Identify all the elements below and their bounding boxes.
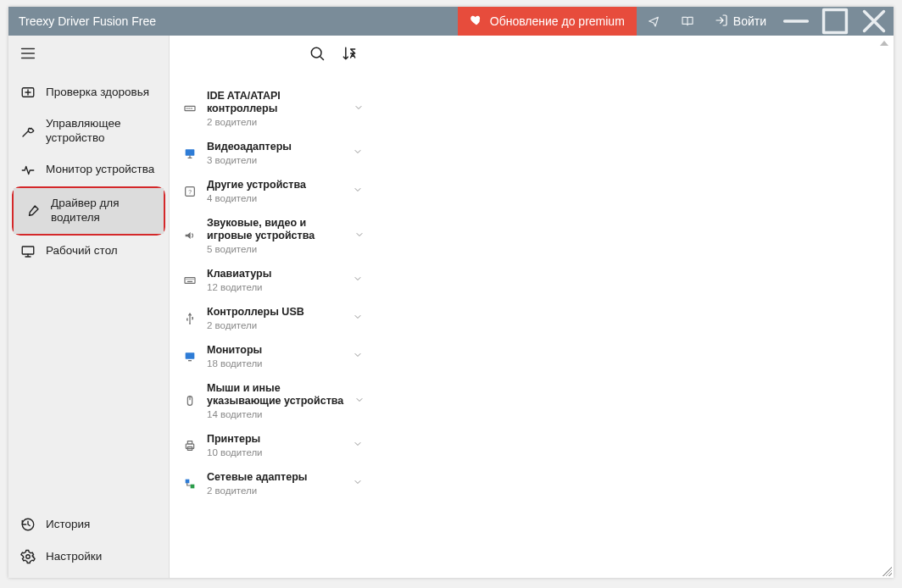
category-subtitle: 18 водители [207, 358, 344, 369]
titlebar: Treexy Driver Fusion Free Обновление до … [8, 7, 894, 36]
sidebar-item-1[interactable]: Управляющее устройство [8, 108, 169, 154]
maximize-button[interactable] [816, 7, 855, 36]
category-list: IDE ATA/ATAPI контроллеры2 водителиВидео… [170, 71, 373, 578]
sidebar-item-label: Драйвер для водителя [51, 197, 152, 225]
sidebar-item-label: Проверка здоровья [46, 86, 149, 100]
category-subtitle: 2 водители [207, 117, 345, 127]
category-name: Клавиатуры [207, 268, 344, 280]
category-name: Контроллеры USB [207, 306, 344, 319]
network-icon [181, 475, 198, 492]
search-icon[interactable] [309, 45, 326, 62]
app-body: Проверка здоровьяУправляющее устройствоМ… [8, 36, 894, 578]
svg-rect-0 [824, 10, 847, 33]
category-text: Сетевые адаптеры2 водители [207, 471, 344, 496]
chevron-down-icon [353, 439, 365, 452]
scroll-up-icon[interactable] [880, 41, 888, 46]
svg-rect-17 [186, 479, 190, 483]
chevron-down-icon [353, 274, 365, 286]
category-text: Клавиатуры12 водители [207, 268, 344, 292]
category-name: Мыши и иные указывающие устройства [207, 382, 346, 408]
category-text: IDE ATA/ATAPI контроллеры2 водители [207, 90, 345, 127]
svg-rect-2 [22, 247, 34, 254]
resize-grip[interactable] [880, 564, 892, 576]
category-name: Видеоадаптеры [207, 141, 344, 153]
category-name: Принтеры [207, 433, 344, 446]
upgrade-premium-button[interactable]: Обновление до premium [458, 7, 637, 36]
category-name: Сетевые адаптеры [207, 471, 344, 484]
chevron-down-icon [353, 185, 365, 197]
minimize-button[interactable] [777, 7, 816, 36]
desktop-icon [20, 244, 36, 259]
category-row[interactable]: Контроллеры USB2 водители [175, 299, 373, 337]
printer-icon [181, 437, 198, 454]
svg-rect-9 [185, 277, 195, 283]
close-button[interactable] [855, 7, 894, 36]
keyboard-icon [181, 272, 198, 289]
heart-icon [470, 14, 483, 30]
category-text: Контроллеры USB2 водители [207, 306, 344, 330]
category-row[interactable]: Мыши и иные указывающие устройства14 вод… [175, 375, 373, 426]
category-subtitle: 14 водители [207, 409, 346, 419]
share-button[interactable] [637, 7, 671, 36]
other-icon: ? [181, 183, 198, 200]
login-button[interactable]: Войти [704, 14, 777, 30]
usb-icon [181, 310, 198, 327]
sidebar-item-0[interactable]: Проверка здоровья [8, 76, 169, 108]
login-icon [715, 14, 728, 30]
chevron-down-icon [353, 350, 365, 363]
wrench-icon [20, 124, 36, 139]
chevron-down-icon [354, 230, 365, 242]
category-row[interactable]: IDE ATA/ATAPI контроллеры2 водители [175, 83, 373, 134]
sidebar-item-label: Настройки [46, 550, 102, 564]
sort-az-icon[interactable] [341, 45, 358, 62]
gear-icon [20, 549, 36, 564]
sidebar-item-3[interactable]: Драйвер для водителя [14, 188, 164, 234]
sidebar: Проверка здоровьяУправляющее устройствоМ… [8, 36, 170, 578]
category-subtitle: 2 водители [207, 485, 344, 496]
category-row[interactable]: Видеоадаптеры3 водители [175, 134, 373, 172]
sidebar-item-label: Монитор устройства [46, 163, 154, 177]
svg-rect-11 [186, 352, 195, 358]
category-row[interactable]: Звуковые, видео и игровые устройства5 во… [175, 210, 373, 261]
svg-text:?: ? [188, 188, 192, 194]
chevron-down-icon [353, 147, 365, 159]
category-toolbar [170, 36, 373, 71]
category-subtitle: 5 водители [207, 244, 346, 254]
category-text: Мониторы18 водители [207, 344, 344, 369]
svg-point-10 [189, 323, 191, 325]
sidebar-item-label: История [46, 518, 90, 532]
ide-icon [181, 100, 198, 117]
brush-icon [25, 203, 41, 219]
sidebar-item-label: Управляющее устройство [46, 117, 157, 146]
category-row[interactable]: Мониторы18 водители [175, 337, 373, 375]
category-row[interactable]: Принтеры10 водители [175, 426, 373, 464]
login-label: Войти [733, 14, 766, 28]
category-text: Другие устройства4 водители [207, 179, 344, 203]
monitor-icon [181, 348, 198, 365]
sidebar-item-100[interactable]: История [8, 508, 169, 541]
category-text: Мыши и иные указывающие устройства14 вод… [207, 382, 346, 419]
category-row[interactable]: ?Другие устройства4 водители [175, 172, 373, 210]
category-name: Звуковые, видео и игровые устройства [207, 217, 346, 242]
book-button[interactable] [671, 7, 704, 36]
chevron-down-icon [354, 395, 365, 408]
mouse-icon [181, 392, 198, 409]
chevron-down-icon [354, 103, 365, 115]
category-subtitle: 12 водители [207, 282, 344, 292]
category-row[interactable]: Клавиатуры12 водители [175, 261, 373, 299]
sidebar-item-2[interactable]: Монитор устройства [8, 154, 169, 186]
chevron-down-icon [353, 477, 365, 490]
selected-highlight: Драйвер для водителя [12, 186, 165, 236]
app-window: Treexy Driver Fusion Free Обновление до … [8, 7, 894, 578]
pulse-icon [20, 163, 36, 178]
sidebar-item-101[interactable]: Настройки [8, 541, 169, 573]
svg-rect-6 [186, 149, 195, 155]
sidebar-item-4[interactable]: Рабочий стол [8, 236, 169, 268]
app-title: Treexy Driver Fusion Free [8, 14, 156, 28]
category-subtitle: 2 водители [207, 320, 344, 330]
hamburger-button[interactable] [8, 36, 169, 71]
svg-point-3 [26, 555, 31, 559]
category-row[interactable]: Сетевые адаптеры2 водители [175, 464, 373, 502]
category-name: IDE ATA/ATAPI контроллеры [207, 90, 345, 115]
category-text: Принтеры10 водители [207, 433, 344, 458]
